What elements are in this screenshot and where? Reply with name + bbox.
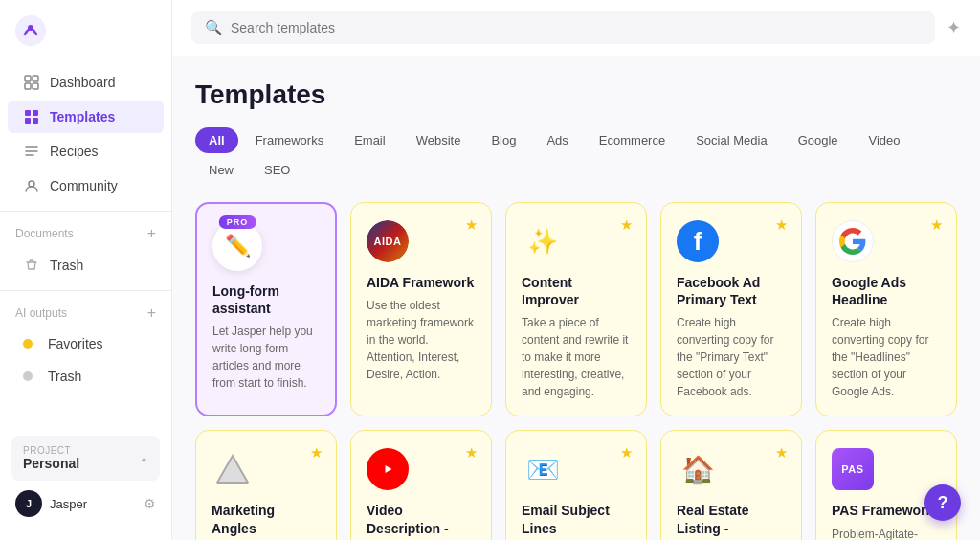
- sidebar-item-templates-label: Templates: [50, 109, 115, 124]
- tab-website[interactable]: Website: [403, 127, 475, 153]
- templates-icon: [23, 108, 40, 125]
- dashboard-icon: [23, 74, 40, 91]
- settings-icon[interactable]: ✦: [947, 17, 961, 38]
- project-section-label: PROJECT: [23, 445, 148, 456]
- sidebar-bottom: PROJECT Personal ⌃ J Jasper ⚙: [0, 424, 171, 529]
- star-icon: ★: [775, 216, 788, 234]
- card-real-estate[interactable]: ★ 🏠 Real Estate Listing - Residential Cr…: [660, 430, 802, 540]
- tab-google[interactable]: Google: [785, 127, 852, 153]
- trash2-dot: [23, 371, 33, 381]
- sidebar-item-trash2-label: Trash: [48, 369, 81, 384]
- project-box: PROJECT Personal ⌃: [11, 436, 160, 481]
- card-title-longform: Long-form assistant: [212, 282, 320, 317]
- google-icon: [832, 220, 874, 262]
- card-youtube[interactable]: ★ Video Description - YouTube Create uni…: [350, 430, 492, 540]
- card-desc-pas: Problem-Agitate-Solution. A valuable fra…: [832, 526, 941, 540]
- template-grid: PRO ✏️ Long-form assistant Let Jasper he…: [195, 202, 957, 540]
- tab-all[interactable]: All: [195, 127, 238, 153]
- tab-ecommerce[interactable]: Ecommerce: [586, 127, 679, 153]
- svg-rect-6: [25, 110, 31, 116]
- help-button[interactable]: ?: [924, 484, 961, 521]
- card-aida[interactable]: ★ AIDA AIDA Framework Use the oldest mar…: [350, 202, 492, 416]
- card-title-email-subject: Email Subject Lines: [522, 502, 631, 536]
- svg-marker-11: [217, 456, 248, 483]
- search-icon: 🔍: [205, 19, 223, 36]
- star-icon: ★: [465, 216, 478, 234]
- search-wrap[interactable]: 🔍: [191, 11, 935, 44]
- pas-icon: PAS: [832, 448, 874, 490]
- card-title-youtube: Video Description - YouTube: [367, 502, 476, 540]
- triangle-icon: [212, 448, 254, 490]
- tab-ads[interactable]: Ads: [533, 127, 581, 153]
- card-longform[interactable]: PRO ✏️ Long-form assistant Let Jasper he…: [195, 202, 337, 416]
- sidebar-item-favorites[interactable]: Favorites: [8, 328, 164, 359]
- sidebar-item-trash2[interactable]: Trash: [8, 361, 164, 392]
- sidebar-item-recipes[interactable]: Recipes: [8, 135, 164, 168]
- svg-rect-9: [33, 118, 38, 124]
- svg-rect-4: [25, 83, 31, 89]
- recipes-icon: [23, 143, 40, 160]
- svg-point-10: [29, 181, 34, 187]
- add-document-icon[interactable]: +: [147, 225, 156, 242]
- tab-social-media[interactable]: Social Media: [682, 127, 780, 153]
- sidebar-item-community[interactable]: Community: [8, 169, 164, 202]
- card-title-real-estate: Real Estate Listing - Residential: [677, 502, 786, 540]
- tab-blog[interactable]: Blog: [478, 127, 529, 153]
- page-title: Templates: [195, 79, 957, 110]
- star-icon: ★: [775, 444, 788, 461]
- sidebar-item-dashboard-label: Dashboard: [50, 75, 116, 90]
- star-icon: ★: [310, 444, 323, 461]
- project-name: Personal ⌃: [23, 456, 148, 471]
- email-icon: 📧: [522, 448, 564, 490]
- search-input[interactable]: [231, 20, 922, 35]
- ai-outputs-group: AI outputs +: [0, 299, 171, 327]
- tab-seo[interactable]: SEO: [251, 157, 303, 183]
- card-desc-aida: Use the oldest marketing framework in th…: [367, 297, 476, 383]
- documents-label: Documents: [15, 227, 74, 240]
- card-facebook-ad[interactable]: ★ f Facebook Ad Primary Text Create high…: [660, 202, 802, 416]
- svg-rect-8: [25, 118, 31, 124]
- tab-email[interactable]: Email: [341, 127, 399, 153]
- svg-rect-5: [33, 83, 38, 89]
- add-ai-output-icon[interactable]: +: [147, 304, 156, 322]
- card-google-ads[interactable]: ★ Google Ads Headline Create high conver…: [815, 202, 957, 416]
- sidebar-item-recipes-label: Recipes: [50, 144, 99, 159]
- card-title-google-ads: Google Ads Headline: [832, 274, 941, 308]
- card-title-aida: AIDA Framework: [367, 274, 476, 291]
- gear-icon[interactable]: ⚙: [144, 496, 156, 511]
- sidebar-item-trash1[interactable]: Trash: [8, 249, 164, 281]
- facebook-icon: f: [677, 220, 719, 262]
- chevron-icon: ⌃: [139, 457, 148, 470]
- sidebar-item-dashboard[interactable]: Dashboard: [8, 66, 164, 99]
- trash1-icon: [23, 257, 40, 274]
- topbar: 🔍 ✦: [172, 0, 980, 56]
- star-icon: ★: [620, 216, 633, 234]
- card-email-subject[interactable]: ★ 📧 Email Subject Lines Write compelling…: [505, 430, 647, 540]
- tab-new[interactable]: New: [195, 157, 247, 183]
- star-icon: ★: [620, 444, 633, 461]
- divider1: [0, 211, 171, 212]
- sidebar: Dashboard Templates Recipes Community Do…: [0, 0, 172, 540]
- tabs-bar: All Frameworks Email Website Blog Ads Ec…: [195, 127, 957, 183]
- main: 🔍 ✦ Templates All Frameworks Email Websi…: [172, 0, 980, 540]
- card-content-improver[interactable]: ★ ✨ Content Improver Take a piece of con…: [505, 202, 647, 416]
- svg-rect-3: [33, 76, 38, 81]
- svg-point-1: [28, 25, 33, 31]
- card-desc-content-improver: Take a piece of content and rewrite it t…: [522, 314, 631, 400]
- card-desc-google-ads: Create high converting copy for the "Hea…: [832, 314, 941, 400]
- longform-icon: PRO ✏️: [212, 221, 262, 271]
- content: Templates All Frameworks Email Website B…: [172, 56, 980, 540]
- card-title-content-improver: Content Improver: [522, 274, 631, 308]
- card-desc-longform: Let Jasper help you write long-form arti…: [212, 323, 320, 392]
- house-icon: 🏠: [677, 448, 719, 490]
- card-marketing-angles[interactable]: ★ Marketing Angles Brainstorm different …: [195, 430, 337, 540]
- pro-badge: PRO: [219, 215, 256, 229]
- card-title-facebook-ad: Facebook Ad Primary Text: [677, 274, 786, 308]
- aida-icon: AIDA: [367, 220, 409, 262]
- community-icon: [23, 177, 40, 194]
- wand-icon: ✨: [522, 220, 564, 262]
- tab-frameworks[interactable]: Frameworks: [242, 127, 338, 153]
- sidebar-item-templates[interactable]: Templates: [8, 101, 164, 133]
- tab-video[interactable]: Video: [856, 127, 914, 153]
- user-row: J Jasper ⚙: [11, 481, 160, 517]
